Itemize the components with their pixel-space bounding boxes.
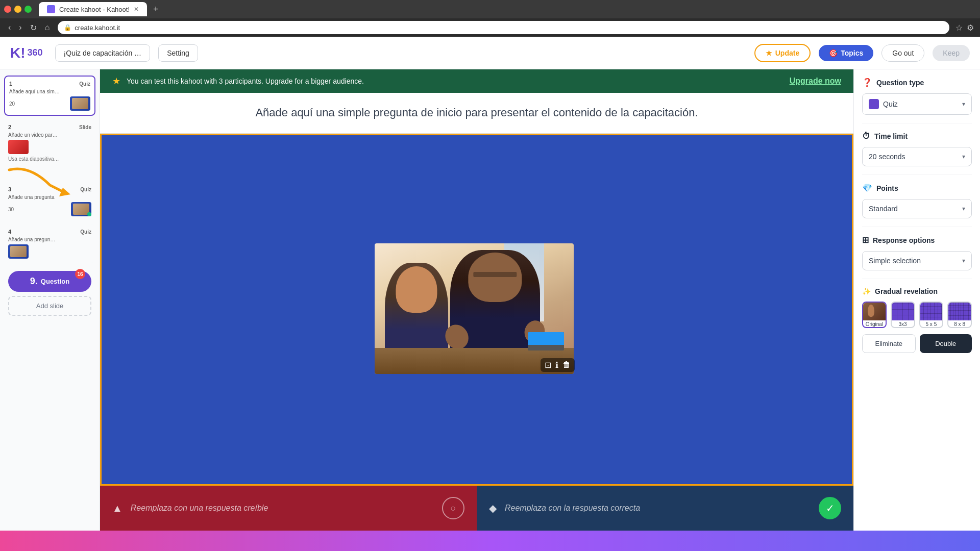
slide-time-3: 30 xyxy=(8,207,14,212)
slide-number-4: 4 xyxy=(8,229,11,235)
points-dropdown[interactable]: Standard ▾ xyxy=(862,199,972,218)
slide-meta-3: 30 xyxy=(8,202,91,216)
thumb-meeting-4 xyxy=(8,244,29,259)
chevron-down-icon-time: ▾ xyxy=(962,153,965,160)
question-type-icon: ❓ xyxy=(862,78,872,87)
correct-answer-button[interactable]: ✓ xyxy=(819,497,841,519)
question-area: Añade aquí una simple pregunta de inicio… xyxy=(100,93,853,531)
lock-icon: 🔒 xyxy=(64,24,71,31)
info-button[interactable]: ℹ xyxy=(555,360,558,370)
back-button[interactable]: ‹ xyxy=(6,23,13,33)
answer-text-wrong: Reemplaza con una respuesta creíble xyxy=(131,504,268,513)
maximize-window-button[interactable] xyxy=(24,6,32,13)
crop-button[interactable]: ⊡ xyxy=(545,360,551,370)
new-tab-button[interactable]: + xyxy=(149,4,163,15)
meeting-image xyxy=(375,243,574,374)
refresh-button[interactable]: ↻ xyxy=(28,23,39,33)
divider-3 xyxy=(862,227,972,227)
add-slide-button[interactable]: Add slide xyxy=(8,296,91,316)
quiz-title-button[interactable]: ¡Quiz de capacitación … xyxy=(55,44,151,62)
slide-meta-4 xyxy=(8,244,91,259)
delete-image-button[interactable]: 🗑 xyxy=(562,360,571,370)
gradual-5x5[interactable]: 5 x 5 xyxy=(919,302,944,328)
slide-type-4: Quiz xyxy=(80,229,91,235)
image-area: ⊡ ℹ 🗑 › xyxy=(100,134,853,486)
slide-type-3: Quiz xyxy=(80,187,91,192)
answer-text-correct: Reemplaza con la respuesta correcta xyxy=(505,504,640,513)
answer-area: ▲ Reemplaza con una respuesta creíble ○ … xyxy=(100,486,853,531)
bottom-gradient xyxy=(0,531,980,551)
question-text-area[interactable]: Añade aquí una simple pregunta de inicio… xyxy=(100,93,853,134)
wrong-answer-button[interactable]: ○ xyxy=(442,497,464,519)
quiz-icon xyxy=(869,99,879,109)
upgrade-banner: ★ You can test this kahoot with 3 partic… xyxy=(100,69,853,93)
clock-icon: ⏱ xyxy=(862,132,870,141)
svg-marker-0 xyxy=(59,188,70,196)
response-options-dropdown[interactable]: Simple selection ▾ xyxy=(862,251,972,270)
settings-button[interactable]: ⚙ xyxy=(967,23,974,33)
question-type-dropdown[interactable]: Quiz ▾ xyxy=(862,93,972,115)
gradual-8x8-label: 8 x 8 xyxy=(954,320,965,327)
divider-2 xyxy=(862,174,972,175)
banner-star-icon: ★ xyxy=(112,76,120,87)
response-options-value: Simple selection xyxy=(869,257,921,265)
dropdown-value-container: Quiz xyxy=(869,99,898,109)
gradual-5x5-preview xyxy=(920,303,943,320)
gradual-3x3[interactable]: 3x3 xyxy=(891,302,915,328)
slide-number-row-2: 2 Slide xyxy=(8,124,91,130)
close-window-button[interactable] xyxy=(4,6,11,13)
go-out-button[interactable]: Go out xyxy=(881,44,924,62)
upgrade-now-link[interactable]: Upgrade now xyxy=(790,77,841,86)
response-icon: ⊞ xyxy=(862,235,869,245)
time-limit-dropdown[interactable]: 20 seconds ▾ xyxy=(862,147,972,166)
time-limit-section: ⏱ Time limit xyxy=(862,132,972,141)
add-question-button[interactable]: 9. Question 16 xyxy=(8,271,91,292)
bookmark-button[interactable]: ☆ xyxy=(955,23,963,33)
minimize-window-button[interactable] xyxy=(14,6,21,13)
update-button[interactable]: ★ Update xyxy=(754,44,811,62)
topics-button[interactable]: 🎯 Topics xyxy=(819,45,873,61)
forward-button[interactable]: › xyxy=(17,23,23,33)
circle-icon: ○ xyxy=(451,503,456,514)
keep-button[interactable]: Keep xyxy=(933,45,970,61)
head-center xyxy=(468,253,522,302)
url-bar[interactable]: 🔒 create.kahoot.it xyxy=(58,21,949,34)
slide-item-4[interactable]: 4 Quiz Añade una pregun… xyxy=(4,224,95,263)
active-dot-3 xyxy=(87,212,91,216)
topics-icon: 🎯 xyxy=(829,49,838,57)
eliminate-button[interactable]: Eliminate xyxy=(862,334,916,353)
active-tab[interactable]: Create kahoot - Kahoot! ✕ xyxy=(39,2,147,16)
slide-time-1: 20 xyxy=(9,101,15,107)
gradual-original[interactable]: Original xyxy=(862,302,887,328)
side-handle[interactable]: › xyxy=(852,297,853,322)
answer-box-correct: ◆ Reemplaza con la respuesta correcta ✓ xyxy=(477,486,853,531)
logo-k: K! xyxy=(10,45,26,61)
tab-close-icon[interactable]: ✕ xyxy=(134,6,139,13)
answer-box-wrong: ▲ Reemplaza con una respuesta creíble ○ xyxy=(100,486,477,531)
head-left xyxy=(396,266,437,313)
slide-item-2[interactable]: 2 Slide Añade un video par… Usa esta dia… xyxy=(4,120,95,166)
gradual-options: Original 3x3 5 x 5 8 x 8 xyxy=(862,302,972,328)
slide-type-2: Slide xyxy=(79,124,91,130)
wrong-icon: ▲ xyxy=(112,503,122,514)
tab-favicon xyxy=(47,5,55,13)
divider-4 xyxy=(862,279,972,279)
slide-title-2: Añade un video par… xyxy=(8,132,91,138)
slide-item-1[interactable]: 1 Quiz Añade aquí una sim… 20 xyxy=(4,76,95,116)
banner-text: You can test this kahoot with 3 particip… xyxy=(127,77,783,85)
setting-button[interactable]: Setting xyxy=(158,44,198,62)
gradual-8x8[interactable]: 8 x 8 xyxy=(947,302,972,328)
chevron-down-icon-response: ▾ xyxy=(962,257,965,264)
double-button[interactable]: Double xyxy=(920,334,972,353)
main-content: 1 Quiz Añade aquí una sim… 20 2 xyxy=(0,69,980,531)
action-buttons: Eliminate Double xyxy=(862,334,972,353)
right-panel: ❓ Question type Quiz ▾ ⏱ Time limit 20 s… xyxy=(853,69,980,531)
slide-title-1: Añade aquí una sim… xyxy=(9,89,90,94)
points-icon: 💎 xyxy=(862,183,872,193)
home-button[interactable]: ⌂ xyxy=(43,23,52,33)
address-bar: ‹ › ↻ ⌂ 🔒 create.kahoot.it ☆ ⚙ xyxy=(0,18,980,37)
image-overlay-controls: ⊡ ℹ 🗑 xyxy=(541,358,575,372)
divider-1 xyxy=(862,123,972,123)
address-actions: ☆ ⚙ xyxy=(955,23,974,33)
slide-number-row-1: 1 Quiz xyxy=(9,81,90,87)
